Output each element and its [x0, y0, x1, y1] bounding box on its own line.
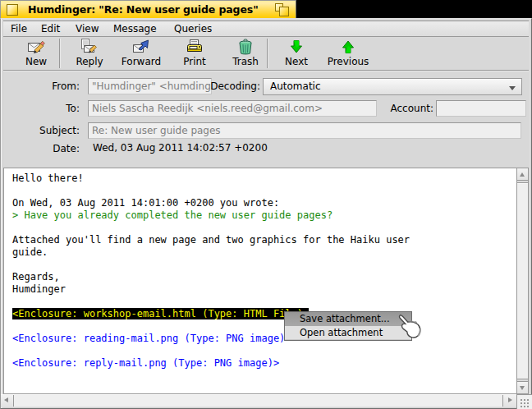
zoom-button-front[interactable] — [279, 7, 289, 16]
body-line — [8, 345, 516, 357]
print-icon — [186, 38, 204, 56]
next-arrow-icon — [287, 38, 305, 56]
toolbar: New Reply Forward Print — [3, 37, 529, 70]
date-label: Date: — [22, 140, 80, 157]
menu-view[interactable]: View — [76, 21, 99, 36]
previous-button[interactable]: Previous — [322, 38, 374, 68]
vertical-scrollbar[interactable] — [516, 168, 529, 394]
attachment-line[interactable]: <Enclosure: workshop-email.html (Type: H… — [8, 308, 516, 320]
forward-icon — [132, 38, 150, 56]
date-value: Wed, 03 Aug 2011 14:02:57 +0200 — [93, 140, 268, 155]
subject-field[interactable]: Re: New user guide pages — [88, 122, 521, 139]
window-title: Humdinger: "Re: New user guide pages" — [28, 1, 291, 18]
menu-bar: File Edit View Message Queries — [3, 21, 529, 37]
body-line — [8, 185, 516, 197]
body-line: Hello there! — [8, 172, 516, 185]
down-arrow-icon — [520, 386, 525, 390]
body-line: guide. — [8, 246, 516, 259]
trash-label: Trash — [219, 57, 272, 67]
resize-grip[interactable] — [516, 394, 532, 409]
reply-label: Reply — [63, 57, 116, 67]
print-label: Print — [168, 57, 221, 67]
new-mail-icon — [27, 38, 45, 56]
body-line — [8, 222, 516, 234]
trash-button[interactable]: Trash — [219, 38, 272, 68]
menu-queries[interactable]: Queries — [174, 21, 212, 36]
scroll-down-button[interactable] — [517, 381, 528, 393]
scroll-up-button[interactable] — [517, 168, 528, 181]
close-button[interactable] — [7, 4, 18, 16]
print-button[interactable]: Print — [168, 38, 221, 68]
body-line — [8, 259, 516, 271]
forward-button[interactable]: Forward — [115, 38, 167, 68]
decoding-popup[interactable]: Automatic — [263, 78, 522, 95]
attachment-line[interactable]: <Enclosure: reply-mail.png (Type: PNG im… — [8, 357, 516, 370]
vertical-scroll-thumb[interactable] — [517, 182, 528, 379]
scroll-left-button[interactable] — [1, 395, 14, 407]
previous-arrow-icon — [339, 38, 357, 56]
next-button[interactable]: Next — [270, 38, 323, 68]
decoding-value: Automatic — [270, 80, 321, 92]
to-field[interactable]: Niels Sascha Reedijk <niels.reed@gmail.c… — [88, 100, 377, 117]
up-arrow-icon — [520, 172, 525, 177]
menu-message[interactable]: Message — [113, 21, 157, 36]
next-label: Next — [270, 57, 323, 67]
left-arrow-icon — [4, 398, 8, 402]
reply-button[interactable]: Reply — [63, 38, 116, 68]
account-label: Account: — [376, 100, 433, 117]
message-body[interactable]: Hello there!On Wed, 03 Aug 2011 14:01:00… — [3, 168, 517, 394]
subject-label: Subject: — [22, 122, 80, 139]
attachment-context-menu: Save attachment...Open attachment — [284, 311, 412, 341]
new-button[interactable]: New — [10, 38, 62, 68]
body-line: Humdinger — [8, 283, 516, 296]
context-menu-item[interactable]: Open attachment — [285, 326, 411, 340]
body-line — [8, 320, 516, 333]
body-line: Regards, — [8, 271, 516, 283]
forward-label: Forward — [115, 57, 167, 67]
previous-label: Previous — [322, 57, 374, 67]
trash-icon — [236, 38, 255, 56]
menu-edit[interactable]: Edit — [41, 21, 60, 36]
decoding-label: Decoding: — [203, 78, 260, 94]
body-line — [8, 296, 516, 308]
context-menu-item[interactable]: Save attachment... — [285, 312, 411, 326]
scroll-right-button[interactable] — [502, 395, 516, 407]
menu-file[interactable]: File — [11, 21, 27, 36]
right-arrow-icon — [508, 398, 512, 402]
body-line: > Have you already completed the new use… — [8, 209, 516, 222]
reply-icon — [80, 38, 99, 56]
from-field[interactable]: "Humdinger" <humdinge — [88, 78, 212, 94]
body-line: On Wed, 03 Aug 2011 14:01:00 +0200 you w… — [8, 197, 516, 209]
title-bar[interactable]: Humdinger: "Re: New user guide pages" — [0, 0, 296, 18]
popup-arrow-icon — [509, 86, 516, 90]
grip-dots-icon — [521, 399, 522, 401]
horizontal-scrollbar[interactable] — [0, 394, 516, 407]
new-label: New — [10, 57, 62, 67]
body-line: Attached you'll find a new page and two … — [8, 234, 516, 246]
from-label: From: — [22, 78, 80, 94]
attachment-line[interactable]: <Enclosure: reading-mail.png (Type: PNG … — [8, 333, 516, 345]
mouse-cursor-hand — [397, 313, 422, 341]
account-field[interactable] — [436, 100, 526, 117]
to-label: To: — [22, 100, 80, 117]
